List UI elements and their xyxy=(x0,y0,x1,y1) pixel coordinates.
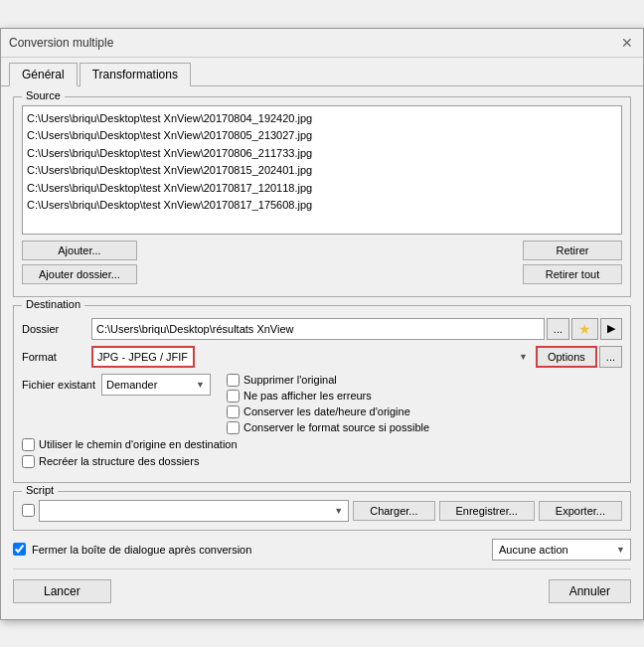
dates-checkbox[interactable] xyxy=(227,405,240,418)
format-source-checkbox-row: Conserver le format source si possible xyxy=(227,421,622,434)
existing-select[interactable]: Demander Remplacer Ignorer Renommer xyxy=(101,374,211,396)
action-select[interactable]: Aucune action Fermer Mettre en veille xyxy=(492,539,631,561)
format-source-checkbox[interactable] xyxy=(227,421,240,434)
fichier-left: Fichier existant Demander Remplacer Igno… xyxy=(22,374,211,396)
right-checkboxes: Supprimer l'original Ne pas afficher les… xyxy=(227,374,622,434)
bottom-buttons: Lancer Annuler xyxy=(13,575,631,609)
folder-label: Dossier xyxy=(22,323,91,335)
folder-input[interactable] xyxy=(91,318,545,340)
script-enable-checkbox[interactable] xyxy=(22,504,35,517)
remove-all-button[interactable]: Retirer tout xyxy=(523,264,622,284)
footer-left: Fermer la boîte de dialogue après conver… xyxy=(13,543,251,556)
no-errors-checkbox-row: Ne pas afficher les erreurs xyxy=(227,390,622,403)
add-folder-button[interactable]: Ajouter dossier... xyxy=(22,264,137,284)
script-label: Script xyxy=(22,484,58,496)
source-section: Source C:\Users\briqu\Desktop\test XnVie… xyxy=(13,96,631,297)
exporter-button[interactable]: Exporter... xyxy=(539,501,622,521)
source-file-4: C:\Users\briqu\Desktop\test XnView\20170… xyxy=(27,162,617,180)
fermer-checkbox[interactable] xyxy=(13,543,26,556)
source-file-list[interactable]: C:\Users\briqu\Desktop\test XnView\20170… xyxy=(22,105,622,235)
suppress-checkbox-row: Supprimer l'original xyxy=(227,374,622,387)
more-format-button[interactable]: ... xyxy=(599,346,622,368)
recreate-structure-row: Recréer la structure des dossiers xyxy=(22,455,622,468)
script-section: Script Charger... Enregistrer... Exporte… xyxy=(13,491,631,531)
window-title: Conversion multiple xyxy=(9,36,113,50)
script-row: Charger... Enregistrer... Exporter... xyxy=(22,500,622,522)
destination-label: Destination xyxy=(22,298,84,310)
source-label: Source xyxy=(22,89,65,101)
add-button[interactable]: Ajouter... xyxy=(22,241,137,260)
fichier-section: Fichier existant Demander Remplacer Igno… xyxy=(22,374,622,434)
source-file-5: C:\Users\briqu\Desktop\test XnView\20170… xyxy=(27,180,617,198)
format-source-label: Conserver le format source si possible xyxy=(243,421,429,433)
remove-button[interactable]: Retirer xyxy=(523,241,622,260)
bottom-checkboxes: Utiliser le chemin d'origine en destinat… xyxy=(22,438,622,468)
close-button[interactable]: ✕ xyxy=(619,35,635,51)
source-left-buttons: Ajouter... Ajouter dossier... xyxy=(22,241,137,284)
dates-label: Conserver les date/heure d'origine xyxy=(243,405,410,417)
origin-path-row: Utiliser le chemin d'origine en destinat… xyxy=(22,438,622,451)
browse-button[interactable]: ... xyxy=(547,318,569,340)
action-select-wrapper: Aucune action Fermer Mettre en veille xyxy=(492,539,631,561)
tab-content: Source C:\Users\briqu\Desktop\test XnVie… xyxy=(1,86,643,619)
tab-general[interactable]: Général xyxy=(9,63,78,86)
source-buttons: Ajouter... Ajouter dossier... Retirer Re… xyxy=(22,241,622,284)
format-row: Format JPG - JPEG / JFIF Options ... xyxy=(22,346,622,368)
existing-select-wrapper: Demander Remplacer Ignorer Renommer xyxy=(101,374,211,396)
charger-button[interactable]: Charger... xyxy=(353,501,434,521)
folder-row: Dossier ... ★ ▶ xyxy=(22,318,622,340)
source-file-3: C:\Users\briqu\Desktop\test XnView\20170… xyxy=(27,145,617,163)
format-select-wrapper: JPG - JPEG / JFIF xyxy=(91,346,534,368)
source-file-2: C:\Users\briqu\Desktop\test XnView\20170… xyxy=(27,127,617,145)
recreate-structure-label: Recréer la structure des dossiers xyxy=(39,455,199,467)
source-file-1: C:\Users\briqu\Desktop\test XnView\20170… xyxy=(27,110,617,128)
no-errors-checkbox[interactable] xyxy=(227,390,240,403)
format-label: Format xyxy=(22,351,91,363)
footer-row: Fermer la boîte de dialogue après conver… xyxy=(13,539,631,561)
main-window: Conversion multiple ✕ Général Transforma… xyxy=(0,28,644,620)
lancer-button[interactable]: Lancer xyxy=(13,579,111,603)
destination-section: Destination Dossier ... ★ ▶ Format JPG -… xyxy=(13,305,631,483)
arrow-button[interactable]: ▶ xyxy=(600,318,622,340)
format-select[interactable]: JPG - JPEG / JFIF xyxy=(91,346,195,368)
annuler-button[interactable]: Annuler xyxy=(549,579,631,603)
suppress-checkbox[interactable] xyxy=(227,374,240,387)
script-select[interactable] xyxy=(39,500,349,522)
tab-transformations[interactable]: Transformations xyxy=(80,63,191,86)
options-button[interactable]: Options xyxy=(536,346,597,368)
source-file-6: C:\Users\briqu\Desktop\test XnView\20170… xyxy=(27,197,617,215)
tab-bar: Général Transformations xyxy=(1,58,643,86)
origin-path-checkbox[interactable] xyxy=(22,438,35,451)
titlebar: Conversion multiple ✕ xyxy=(1,29,643,58)
enregistrer-button[interactable]: Enregistrer... xyxy=(439,501,535,521)
fermer-label: Fermer la boîte de dialogue après conver… xyxy=(32,544,251,556)
script-select-wrapper xyxy=(39,500,349,522)
recreate-structure-checkbox[interactable] xyxy=(22,455,35,468)
no-errors-label: Ne pas afficher les erreurs xyxy=(243,390,372,402)
source-right-buttons: Retirer Retirer tout xyxy=(523,241,622,284)
divider xyxy=(13,568,631,569)
star-button[interactable]: ★ xyxy=(571,318,598,340)
origin-path-label: Utiliser le chemin d'origine en destinat… xyxy=(39,438,238,450)
dates-checkbox-row: Conserver les date/heure d'origine xyxy=(227,405,622,418)
fichier-label: Fichier existant xyxy=(22,379,95,391)
suppress-label: Supprimer l'original xyxy=(243,374,337,386)
